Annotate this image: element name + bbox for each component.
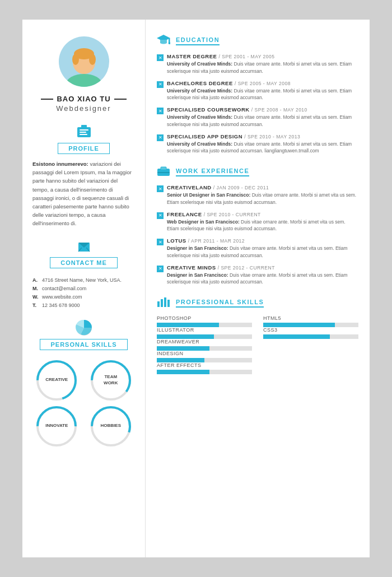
edu-content: MASTER DEGREE / SPE 2001 - MAY 2005 Univ… [167, 53, 358, 75]
work-title: WORK EXPERIENCE [176, 167, 249, 176]
avatar [59, 36, 109, 87]
contact-value: 4716 Street Name, New York, USA. [42, 277, 122, 283]
svg-rect-29 [157, 301, 160, 307]
prof-skill-bar [157, 358, 252, 362]
svg-rect-9 [80, 134, 87, 135]
edu-desc: University of Creative Minds: Duis vitae… [167, 87, 358, 102]
skill-label: CREATIVE [45, 377, 68, 383]
skill-circle: HOBBIES [91, 406, 131, 446]
edu-desc: University of Creative Minds: Duis vitae… [167, 61, 358, 75]
prof-skill-bar [157, 370, 252, 374]
education-items: ✕ MASTER DEGREE / SPE 2001 - MAY 2005 Un… [157, 53, 358, 155]
prof-skill-row: DREAMWEAVER [157, 339, 252, 351]
person-name: BAO XIAO TU [57, 95, 110, 103]
work-role: Web Designer in San Francisco: [167, 219, 240, 225]
work-icon [157, 165, 170, 179]
bullet-x: ✕ [157, 266, 164, 272]
work-item: ✕ CREATIVE MINDS / SPE 2012 - CURRENT De… [157, 264, 358, 286]
prof-skill-row: ILLUSTRATOR [157, 327, 252, 339]
education-item: ✕ MASTER DEGREE / SPE 2001 - MAY 2005 Un… [157, 53, 358, 75]
contact-label: A. [32, 277, 39, 283]
prof-skill-bar [263, 334, 358, 339]
prof-skills-section: PROFESSIONAL SKILLS PHOTOSHOP ILLUSTRATO… [157, 296, 358, 374]
work-item: ✕ LOTUS / APR 2011 - MAR 2012 Designer i… [157, 238, 358, 259]
resume-container: BAO XIAO TU Webdesigner PROFILE Esistono… [22, 20, 370, 557]
profile-bold: Esistono innumerevo: [32, 161, 88, 167]
svg-rect-7 [80, 129, 88, 131]
contact-label: M. [32, 286, 39, 291]
work-title-row: CREATIVE MINDS / SPE 2012 - CURRENT [167, 264, 358, 271]
work-title-row: LOTUS / APR 2011 - MAR 2012 [167, 238, 358, 244]
person-title: Webdesigner [41, 104, 126, 113]
work-content: LOTUS / APR 2011 - MAR 2012 Designer in … [167, 238, 358, 259]
svg-rect-28 [157, 172, 170, 173]
prof-skill-name: DREAMWEAVER [157, 339, 252, 345]
svg-rect-32 [167, 300, 170, 307]
prof-skill-row: HTML5 [263, 315, 358, 327]
profile-text: Esistono innumerevo: variazioni dei pass… [32, 160, 135, 228]
svg-rect-6 [81, 125, 87, 129]
contact-item: W.www.website.com [32, 294, 135, 300]
prof-skill-row: PHOTOSHOP [157, 315, 252, 327]
edu-period: / SPE 2008 - MAY 2010 [251, 107, 307, 113]
skills-circles: CREATIVE TEAM WORK INNOVATE HOBBIES [32, 360, 135, 446]
bullet-x: ✕ [157, 108, 164, 114]
skill-circle: INNOVATE [36, 406, 77, 446]
prof-skill-fill [157, 334, 214, 339]
prof-skill-fill [263, 323, 335, 327]
edu-title: SPECIALISED COURSEWORK / SPE 2008 - MAY … [167, 106, 358, 113]
education-item: ✕ SPECIALISED COURSEWORK / SPE 2008 - MA… [157, 106, 358, 128]
work-desc: Web Designer in San Francisco: Duis vita… [167, 218, 358, 233]
svg-rect-31 [164, 297, 166, 307]
edu-title: BACHELORES DEGREE / SPE 2005 - MAY 2008 [167, 80, 358, 86]
edu-desc: University of Creative Minds: Duis vitae… [167, 114, 358, 128]
contact-label: W. [32, 294, 39, 300]
bullet-x: ✕ [157, 54, 164, 61]
edu-period: / SPE 2001 - MAY 2005 [219, 54, 275, 59]
contact-label: T. [32, 303, 39, 308]
edu-inst: University of Creative Minds: [167, 88, 232, 94]
prof-skill-fill [263, 334, 330, 339]
prof-skill-fill [157, 370, 209, 374]
bullet-x: ✕ [157, 134, 164, 141]
prof-skills-grid: PHOTOSHOP ILLUSTRATOR DREAMWEAVER INDESI… [157, 315, 358, 374]
prof-skill-row: INDESIGN [157, 351, 252, 362]
svg-rect-8 [80, 132, 86, 133]
contact-item: T.12 345 678 9000 [32, 303, 135, 308]
education-header: EDUCATION [157, 34, 358, 48]
education-title: EDUCATION [176, 36, 220, 45]
work-title-row: CREATIVELAND / JAN 2009 - DEC 2011 [167, 184, 358, 190]
contact-value: www.website.com [42, 294, 82, 300]
work-content: CREATIVE MINDS / SPE 2012 - CURRENT Desi… [167, 264, 358, 286]
contact-value: contact@email.com [42, 286, 86, 291]
work-item: ✕ CREATIVELAND / JAN 2009 - DEC 2011 Sen… [157, 184, 358, 206]
edu-content: SPECIALISED APP DESIGN / SPE 2010 - MAY … [167, 133, 358, 155]
svg-rect-27 [161, 167, 166, 170]
work-title-row: FREELANCE / SPE 2010 - CURRENT [167, 211, 358, 217]
edu-title: MASTER DEGREE / SPE 2001 - MAY 2005 [167, 53, 358, 59]
work-desc: Senior UI Designer in San Francisco: Dui… [167, 192, 358, 206]
contact-icon [76, 239, 92, 255]
work-role: Senior UI Designer in San Francisco: [167, 192, 250, 198]
education-item: ✕ SPECIALISED APP DESIGN / SPE 2010 - MA… [157, 133, 358, 155]
prof-skills-left-col: PHOTOSHOP ILLUSTRATOR DREAMWEAVER INDESI… [157, 315, 252, 374]
education-section: EDUCATION ✕ MASTER DEGREE / SPE 2001 - M… [157, 34, 358, 155]
work-period: / SPE 2012 - CURRENT [218, 265, 275, 271]
work-header: WORK EXPERIENCE [157, 165, 358, 179]
edu-period: / SPE 2010 - MAY 2013 [244, 134, 300, 139]
skill-label: INNOVATE [45, 423, 68, 429]
svg-rect-30 [161, 299, 163, 307]
edu-inst: University of Creative Minds: [167, 114, 232, 120]
work-desc: Designer in San Francisco: Duis vitae or… [167, 272, 358, 286]
contact-item: A.4716 Street Name, New York, USA. [32, 277, 135, 283]
prof-skills-right-col: HTML5 CSS3 [263, 315, 358, 374]
bullet-x: ✕ [157, 185, 164, 192]
personal-skills-header: PERSONAL SKILLS [40, 339, 127, 350]
contact-list: A.4716 Street Name, New York, USA.M.cont… [32, 277, 135, 311]
bullet-x: ✕ [157, 212, 164, 219]
work-desc: Designer in San Francisco: Duis vitae or… [167, 245, 358, 259]
prof-skill-row: CSS3 [263, 327, 358, 339]
prof-skills-header: PROFESSIONAL SKILLS [157, 296, 358, 310]
prof-skill-name: ILLUSTRATOR [157, 327, 252, 333]
prof-skill-name: PHOTOSHOP [157, 315, 252, 321]
